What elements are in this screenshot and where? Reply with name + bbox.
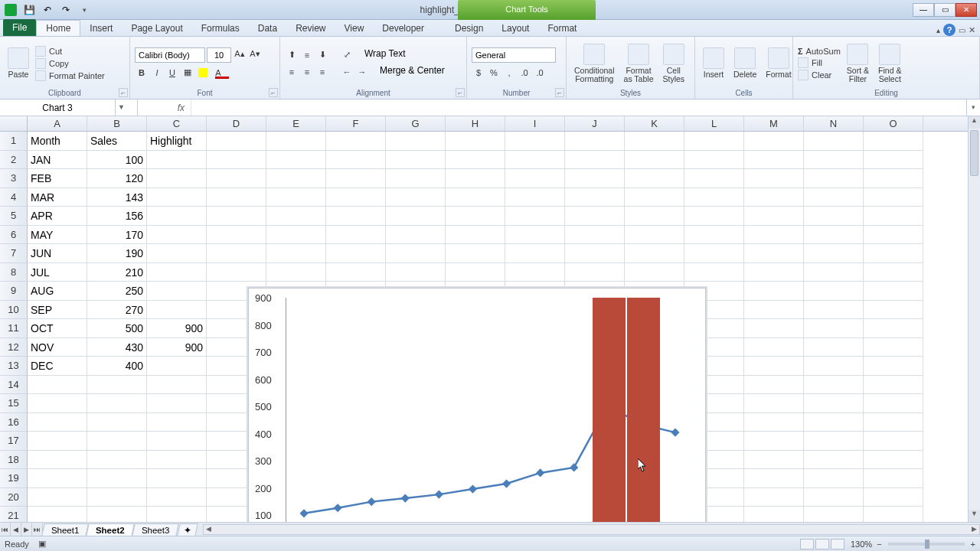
cell[interactable]: 400 — [87, 357, 147, 376]
row-header[interactable]: 10 — [0, 301, 28, 320]
cell[interactable] — [864, 319, 923, 338]
cell[interactable] — [28, 451, 87, 470]
cell[interactable] — [207, 244, 266, 263]
format-as-table-button[interactable]: Format as Table — [621, 42, 657, 85]
row-header[interactable]: 19 — [0, 469, 28, 488]
tab-nav-first-icon[interactable]: ⏮ — [0, 523, 11, 536]
align-top-icon[interactable]: ⬆ — [285, 48, 299, 62]
cell[interactable] — [864, 413, 923, 432]
view-page-break-icon[interactable] — [831, 539, 844, 549]
window-restore-icon[interactable]: ▭ — [959, 26, 965, 34]
expand-formula-bar-icon[interactable]: ▾ — [966, 99, 980, 116]
cell[interactable]: JAN — [28, 151, 87, 170]
number-launcher-icon[interactable]: ⌐ — [555, 88, 564, 97]
macro-recorder-icon[interactable]: ▣ — [38, 539, 46, 549]
undo-icon[interactable]: ↶ — [40, 2, 55, 18]
cell[interactable]: 190 — [87, 244, 147, 263]
increase-font-icon[interactable]: A▴ — [233, 47, 247, 61]
merge-center-button[interactable]: Merge & Center — [380, 65, 445, 79]
cell[interactable] — [505, 207, 565, 226]
cell[interactable] — [804, 507, 864, 522]
cell[interactable] — [804, 188, 864, 207]
name-box-dropdown-icon[interactable]: ▼ — [115, 99, 127, 116]
font-launcher-icon[interactable]: ⌐ — [269, 88, 278, 97]
decrease-indent-icon[interactable]: ← — [340, 65, 354, 79]
window-close-doc-icon[interactable]: ✕ — [969, 25, 975, 35]
scroll-up-icon[interactable]: ▲ — [969, 116, 980, 129]
cell[interactable] — [744, 432, 804, 451]
column-header[interactable]: F — [326, 116, 386, 131]
clipboard-launcher-icon[interactable]: ⌐ — [119, 88, 128, 97]
column-header[interactable]: K — [625, 116, 684, 131]
cell[interactable] — [804, 394, 864, 413]
border-icon[interactable]: ▦ — [181, 66, 194, 80]
tab-review[interactable]: Review — [286, 21, 335, 36]
embedded-chart[interactable]: 0100200300400500600700800900JANFEBMARAPR… — [248, 288, 706, 522]
cell[interactable] — [864, 188, 923, 207]
cell[interactable] — [625, 169, 684, 188]
excel-icon[interactable] — [3, 2, 18, 18]
select-all-corner[interactable] — [0, 116, 28, 131]
cell[interactable] — [804, 357, 864, 376]
row-header[interactable]: 12 — [0, 338, 28, 357]
cell[interactable] — [744, 151, 804, 170]
tab-file[interactable]: File — [3, 19, 36, 36]
zoom-out-icon[interactable]: − — [877, 540, 881, 549]
cell[interactable] — [744, 301, 804, 320]
qat-customize-icon[interactable]: ▾ — [77, 2, 92, 18]
cell[interactable] — [446, 132, 505, 151]
cell[interactable] — [565, 151, 625, 170]
cell[interactable] — [804, 413, 864, 432]
cell[interactable] — [386, 263, 446, 282]
cell[interactable] — [864, 169, 923, 188]
cell[interactable]: 100 — [87, 151, 147, 170]
cell[interactable] — [207, 263, 266, 282]
orientation-icon[interactable]: ⤢ — [340, 48, 354, 62]
cell[interactable] — [87, 376, 147, 395]
cell[interactable] — [684, 132, 744, 151]
conditional-formatting-button[interactable]: Conditional Formatting — [571, 42, 618, 85]
minimize-ribbon-icon[interactable]: ▴ — [936, 26, 940, 34]
column-header[interactable]: I — [505, 116, 565, 131]
cell[interactable] — [505, 188, 565, 207]
column-header[interactable]: D — [207, 116, 266, 131]
cell[interactable] — [28, 432, 87, 451]
underline-button[interactable]: U — [165, 66, 179, 80]
cell[interactable] — [744, 319, 804, 338]
row-header[interactable]: 17 — [0, 432, 28, 451]
find-select-button[interactable]: Find & Select — [875, 42, 904, 85]
cell[interactable]: APR — [28, 207, 87, 226]
row-header[interactable]: 11 — [0, 319, 28, 338]
cell[interactable] — [625, 244, 684, 263]
cell[interactable] — [446, 151, 505, 170]
cell[interactable] — [804, 132, 864, 151]
cell[interactable] — [147, 151, 207, 170]
cell[interactable] — [744, 226, 804, 245]
row-header[interactable]: 18 — [0, 451, 28, 470]
cell[interactable] — [804, 244, 864, 263]
save-icon[interactable]: 💾 — [21, 2, 37, 18]
cell[interactable] — [744, 282, 804, 301]
cell[interactable] — [446, 244, 505, 263]
sheet-tab-sheet1[interactable]: Sheet1 — [41, 523, 89, 536]
cell[interactable] — [684, 151, 744, 170]
column-header[interactable]: O — [864, 116, 923, 131]
tab-design[interactable]: Design — [446, 21, 492, 36]
cell[interactable] — [266, 226, 326, 245]
cell[interactable]: 900 — [147, 319, 207, 338]
row-header[interactable]: 7 — [0, 244, 28, 263]
worksheet-grid[interactable]: ABCDEFGHIJKLMNO 1MonthSalesHighlight2JAN… — [0, 116, 980, 522]
cell[interactable] — [266, 169, 326, 188]
cell[interactable] — [744, 394, 804, 413]
cell[interactable] — [147, 301, 207, 320]
cell[interactable] — [864, 263, 923, 282]
cell[interactable] — [864, 226, 923, 245]
cell[interactable] — [864, 488, 923, 507]
cell[interactable] — [147, 226, 207, 245]
cell[interactable] — [28, 376, 87, 395]
zoom-in-icon[interactable]: + — [971, 540, 975, 549]
cell[interactable] — [744, 207, 804, 226]
number-format-select[interactable] — [472, 47, 556, 63]
cell[interactable]: 120 — [87, 169, 147, 188]
cut-button[interactable]: Cut — [35, 46, 105, 57]
